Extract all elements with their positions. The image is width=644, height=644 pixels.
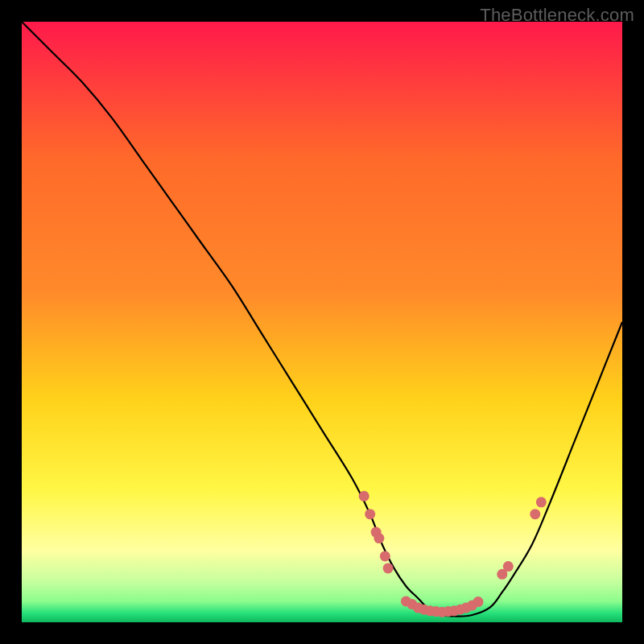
data-point (536, 497, 547, 507)
data-point (365, 509, 375, 519)
data-point (374, 533, 384, 543)
bottleneck-chart (22, 22, 622, 622)
data-point (473, 597, 484, 607)
data-point (359, 491, 369, 502)
gradient-background (22, 22, 622, 622)
chart-frame: TheBottleneck.com (0, 0, 644, 644)
data-point (383, 563, 394, 573)
plot-area (22, 22, 622, 622)
data-point (380, 551, 390, 561)
data-point (530, 509, 540, 519)
watermark-text: TheBottleneck.com (480, 5, 634, 26)
data-point (503, 561, 514, 572)
